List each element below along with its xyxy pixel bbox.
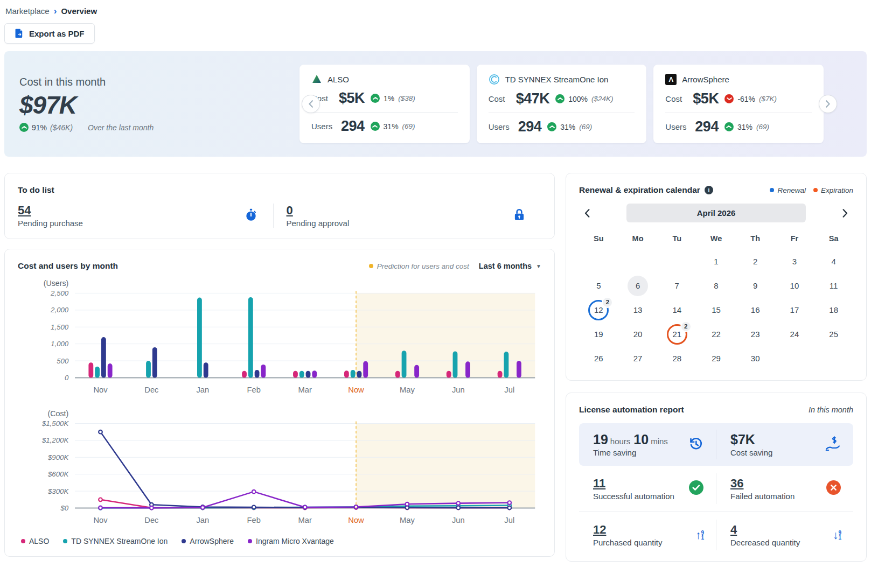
- calendar-day[interactable]: 212: [657, 322, 696, 346]
- calendar-next-month-button[interactable]: [837, 207, 853, 220]
- svg-text:2,000: 2,000: [50, 306, 69, 314]
- cost-this-month-block: Cost in this month $97K 91% ($46K) Over …: [4, 76, 299, 132]
- calendar-day[interactable]: 25: [814, 322, 853, 346]
- pending-approval-item: 0 Pending approval: [273, 204, 542, 228]
- breadcrumb-current-page: Overview: [61, 6, 97, 16]
- calendar-day[interactable]: 15: [696, 298, 736, 322]
- successful-automation-link[interactable]: 11: [593, 477, 605, 491]
- calendar-day: [657, 249, 696, 274]
- info-icon[interactable]: i: [705, 186, 713, 194]
- calendar-day[interactable]: 2: [736, 249, 775, 274]
- time-saving-block: 19hours10mins Time saving: [579, 430, 716, 459]
- purchased-quantity-link[interactable]: 12: [593, 523, 606, 537]
- users-label: Users: [665, 122, 691, 131]
- carousel-next-button[interactable]: [819, 95, 837, 113]
- calendar-day[interactable]: 29: [696, 346, 736, 370]
- prediction-legend: Prediction for users and cost: [369, 262, 469, 270]
- calendar-day[interactable]: 11: [814, 274, 853, 298]
- calendar-day[interactable]: 27: [618, 346, 658, 370]
- calendar-day-header: We: [696, 229, 736, 249]
- svg-text:$600K: $600K: [47, 470, 69, 478]
- calendar-day[interactable]: 22: [696, 322, 736, 346]
- pending-approval-count-link[interactable]: 0: [287, 204, 293, 217]
- renewal-expiration-calendar-card: Renewal & expiration calendar i Renewal …: [566, 173, 867, 381]
- decreased-quantity-label: Decreased quantity: [730, 538, 800, 547]
- td-synnex-logo-icon: [489, 74, 500, 85]
- calendar-day[interactable]: 24: [775, 322, 814, 346]
- legend-dot-icon: [63, 539, 67, 543]
- vendor-cost-pct: -61%: [737, 95, 755, 103]
- calendar-day[interactable]: 23: [736, 322, 775, 346]
- svg-text:Jul: Jul: [504, 386, 514, 394]
- users-label: Users: [489, 122, 514, 131]
- calendar-day[interactable]: 14: [657, 298, 696, 322]
- pending-approval-label: Pending approval: [287, 219, 350, 228]
- cost-saving-label: Cost saving: [730, 448, 772, 457]
- users-bar-chart: 05001,0001,5002,0002,500(Users)NovDecJan…: [18, 276, 541, 399]
- vendor-name: TD SYNNEX StreamOne Ion: [505, 75, 609, 84]
- vendor-users-pct: 31%: [560, 123, 575, 131]
- calendar-day[interactable]: 19: [579, 322, 618, 346]
- breadcrumb-marketplace-link[interactable]: Marketplace: [5, 6, 50, 16]
- failed-automation-link[interactable]: 36: [730, 477, 743, 491]
- calendar-prev-month-button[interactable]: [579, 207, 595, 220]
- svg-text:May: May: [400, 516, 415, 524]
- vendor-users-pct: 31%: [737, 123, 752, 131]
- pending-purchase-label: Pending purchase: [18, 219, 83, 228]
- calendar-day[interactable]: 4: [814, 249, 853, 274]
- cost-this-month-value: $97K: [19, 90, 299, 120]
- carousel-prev-button[interactable]: [302, 95, 320, 113]
- svg-text:$300K: $300K: [47, 487, 69, 495]
- calendar-day[interactable]: 26: [579, 346, 618, 370]
- calendar-day[interactable]: 9: [736, 274, 775, 298]
- svg-text:$1,200K: $1,200K: [41, 436, 69, 444]
- range-selector[interactable]: Last 6 months ▼: [479, 262, 541, 270]
- calendar-day[interactable]: 17: [775, 298, 814, 322]
- calendar-day[interactable]: 1: [696, 249, 736, 274]
- svg-text:Jun: Jun: [452, 386, 465, 394]
- calendar-day[interactable]: 10: [775, 274, 814, 298]
- calendar-day[interactable]: 13: [618, 298, 658, 322]
- calendar-day[interactable]: 5: [579, 274, 618, 298]
- vendor-name: ArrowSphere: [682, 75, 729, 84]
- cost-line-chart: $0$300K$600K$900K$1,200K$1,500K(Cost)Nov…: [18, 407, 541, 529]
- sort-descending-icon: ↓91: [833, 529, 841, 541]
- calendar-day[interactable]: 8: [696, 274, 736, 298]
- cost-change-note: Over the last month: [88, 123, 154, 132]
- vendor-users-amount: (69): [402, 122, 415, 130]
- svg-text:Now: Now: [348, 386, 364, 394]
- svg-text:Nov: Nov: [93, 386, 108, 394]
- cost-label: Cost: [665, 94, 689, 103]
- decreased-quantity-stat: 4 Decreased quantity ↓91: [716, 520, 853, 550]
- vendor-cost-pct: 100%: [568, 95, 588, 103]
- svg-text:$900K: $900K: [47, 453, 69, 461]
- calendar-day[interactable]: 122: [579, 298, 618, 322]
- svg-text:(Users): (Users): [44, 279, 69, 288]
- calendar-day[interactable]: 7: [657, 274, 696, 298]
- cost-summary-panel: Cost in this month $97K 91% ($46K) Over …: [4, 51, 867, 157]
- calendar-day[interactable]: 20: [618, 322, 658, 346]
- calendar-day[interactable]: 3: [775, 249, 814, 274]
- export-pdf-button[interactable]: Export as PDF: [4, 23, 95, 44]
- calendar-day-header: Mo: [618, 229, 658, 249]
- cost-label: Cost: [489, 94, 512, 103]
- todo-list-card: To do list 54 Pending purchase 0: [4, 173, 555, 239]
- vendor-card-td-synnex: TD SYNNEX StreamOne Ion Cost $47K 100% (…: [477, 65, 647, 143]
- svg-text:Nov: Nov: [93, 516, 108, 524]
- vendor-cost-amount: ($7K): [759, 95, 777, 103]
- vendor-cost-amount: ($24K): [591, 95, 614, 103]
- calendar-month-label[interactable]: April 2026: [626, 204, 806, 222]
- legend-dot-icon: [21, 539, 25, 543]
- calendar-day-header: Th: [736, 229, 775, 249]
- calendar-day[interactable]: 28: [657, 346, 696, 370]
- vendor-users-value: 294: [341, 118, 365, 135]
- svg-text:Jun: Jun: [452, 516, 465, 524]
- calendar-day[interactable]: 6: [618, 274, 658, 298]
- calendar-day[interactable]: 18: [814, 298, 853, 322]
- decreased-quantity-link[interactable]: 4: [730, 523, 737, 537]
- cost-saving-block: $7K Cost saving: [716, 430, 853, 459]
- calendar-day[interactable]: 16: [736, 298, 775, 322]
- cost-change-amount: ($46K): [50, 123, 73, 132]
- calendar-day[interactable]: 30: [736, 346, 775, 370]
- pending-purchase-count-link[interactable]: 54: [18, 204, 31, 217]
